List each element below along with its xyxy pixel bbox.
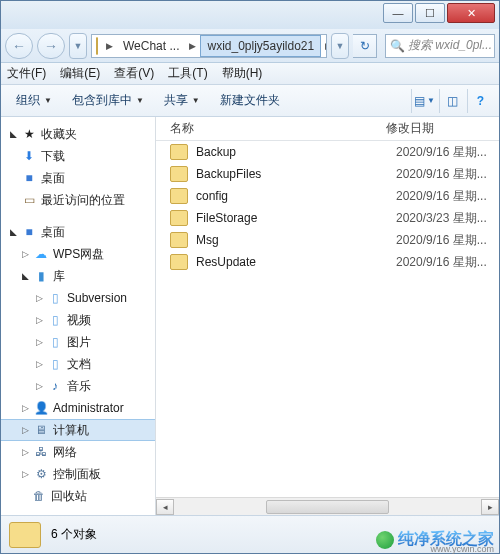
tree-label: WPS网盘 xyxy=(53,246,104,263)
triangle-icon: ▷ xyxy=(19,425,31,435)
address-bar[interactable]: ▶ WeChat ... ▶ wxid_0pljy5ayildo21 ▶ xyxy=(91,34,327,58)
tree-label: 计算机 xyxy=(53,422,89,439)
search-input[interactable]: 🔍搜索 wxid_0pl... xyxy=(385,34,495,58)
chevron-down-icon: ▼ xyxy=(44,96,52,105)
forward-button[interactable]: → xyxy=(37,33,65,59)
new-folder-button[interactable]: 新建文件夹 xyxy=(211,88,289,113)
tree-wps[interactable]: ▷☁WPS网盘 xyxy=(1,243,155,265)
tree-videos[interactable]: ▷▯视频 xyxy=(1,309,155,331)
history-dropdown[interactable]: ▼ xyxy=(69,33,87,59)
tree-label: Administrator xyxy=(53,401,124,415)
triangle-icon: ◣ xyxy=(7,227,19,237)
menu-file[interactable]: 文件(F) xyxy=(7,65,46,82)
triangle-icon: ▷ xyxy=(19,403,31,413)
file-date: 2020/9/16 星期... xyxy=(396,232,487,249)
tree-downloads[interactable]: ⬇下载 xyxy=(1,145,155,167)
menu-edit[interactable]: 编辑(E) xyxy=(60,65,100,82)
scroll-track[interactable] xyxy=(174,499,481,515)
column-name[interactable]: 名称 xyxy=(156,120,386,137)
tree-label: 文档 xyxy=(67,356,91,373)
breadcrumb-segment[interactable]: WeChat ... xyxy=(117,35,185,57)
network-icon: 🖧 xyxy=(33,444,49,460)
scroll-thumb[interactable] xyxy=(266,500,389,514)
folder-icon xyxy=(170,144,188,160)
desktop-icon: ■ xyxy=(21,224,37,240)
back-button[interactable]: ← xyxy=(5,33,33,59)
share-button[interactable]: 共享▼ xyxy=(155,88,209,113)
recycle-icon: 🗑 xyxy=(31,488,47,504)
maximize-button[interactable]: ☐ xyxy=(415,3,445,23)
tree-desktop-root[interactable]: ◣■桌面 xyxy=(1,221,155,243)
list-item[interactable]: config2020/9/16 星期... xyxy=(156,185,499,207)
document-icon: ▯ xyxy=(47,356,63,372)
nav-tree: ◣★收藏夹 ⬇下载 ■桌面 ▭最近访问的位置 ◣■桌面 ▷☁WPS网盘 ◣▮库 … xyxy=(1,117,156,515)
chevron-right-icon[interactable]: ▶ xyxy=(185,41,200,51)
column-date[interactable]: 修改日期 xyxy=(386,120,499,137)
file-date: 2020/9/16 星期... xyxy=(396,188,487,205)
music-icon: ♪ xyxy=(47,378,63,394)
menu-tools[interactable]: 工具(T) xyxy=(168,65,207,82)
tree-label: 网络 xyxy=(53,444,77,461)
tree-documents[interactable]: ▷▯文档 xyxy=(1,353,155,375)
toolbar: 组织▼ 包含到库中▼ 共享▼ 新建文件夹 ▤▼ ◫ ? xyxy=(1,85,499,117)
file-pane: 名称 修改日期 Backup2020/9/16 星期... BackupFile… xyxy=(156,117,499,515)
view-options-button[interactable]: ▤▼ xyxy=(411,89,437,113)
tree-subversion[interactable]: ▷▯Subversion xyxy=(1,287,155,309)
tree-administrator[interactable]: ▷👤Administrator xyxy=(1,397,155,419)
organize-button[interactable]: 组织▼ xyxy=(7,88,61,113)
list-item[interactable]: ResUpdate2020/9/16 星期... xyxy=(156,251,499,273)
scroll-left-button[interactable]: ◂ xyxy=(156,499,174,515)
user-icon: 👤 xyxy=(33,400,49,416)
list-item[interactable]: FileStorage2020/3/23 星期... xyxy=(156,207,499,229)
triangle-icon: ▷ xyxy=(33,381,45,391)
file-date: 2020/3/23 星期... xyxy=(396,210,487,227)
tree-favorites[interactable]: ◣★收藏夹 xyxy=(1,123,155,145)
menu-help[interactable]: 帮助(H) xyxy=(222,65,263,82)
tree-label: Subversion xyxy=(67,291,127,305)
tree-label: 库 xyxy=(53,268,65,285)
folder-icon xyxy=(170,232,188,248)
chevron-down-icon: ▼ xyxy=(427,96,435,105)
chevron-down-icon: ▼ xyxy=(192,96,200,105)
triangle-icon: ▷ xyxy=(19,469,31,479)
chevron-right-icon[interactable]: ▶ xyxy=(102,41,117,51)
file-date: 2020/9/16 星期... xyxy=(396,166,487,183)
tree-control-panel[interactable]: ▷⚙控制面板 xyxy=(1,463,155,485)
help-button[interactable]: ? xyxy=(467,89,493,113)
tree-recycle-bin[interactable]: 🗑回收站 xyxy=(1,485,155,507)
list-item[interactable]: Backup2020/9/16 星期... xyxy=(156,141,499,163)
tree-desktop[interactable]: ■桌面 xyxy=(1,167,155,189)
minimize-button[interactable]: — xyxy=(383,3,413,23)
folder-icon xyxy=(96,37,98,55)
tree-label: 最近访问的位置 xyxy=(41,192,125,209)
list-item[interactable]: BackupFiles2020/9/16 星期... xyxy=(156,163,499,185)
tree-music[interactable]: ▷♪音乐 xyxy=(1,375,155,397)
tree-computer[interactable]: ▷🖥计算机 xyxy=(1,419,155,441)
tree-pictures[interactable]: ▷▯图片 xyxy=(1,331,155,353)
file-list: Backup2020/9/16 星期... BackupFiles2020/9/… xyxy=(156,141,499,497)
scroll-right-button[interactable]: ▸ xyxy=(481,499,499,515)
include-in-library-button[interactable]: 包含到库中▼ xyxy=(63,88,153,113)
refresh-button[interactable]: ↻ xyxy=(353,34,377,58)
horizontal-scrollbar[interactable]: ◂ ▸ xyxy=(156,497,499,515)
tree-recent[interactable]: ▭最近访问的位置 xyxy=(1,189,155,211)
close-button[interactable]: ✕ xyxy=(447,3,495,23)
triangle-icon: ▷ xyxy=(33,359,45,369)
titlebar: — ☐ ✕ xyxy=(1,1,499,29)
list-item[interactable]: Msg2020/9/16 星期... xyxy=(156,229,499,251)
triangle-icon: ◣ xyxy=(19,271,31,281)
nav-row: ← → ▼ ▶ WeChat ... ▶ wxid_0pljy5ayildo21… xyxy=(1,29,499,63)
menu-view[interactable]: 查看(V) xyxy=(114,65,154,82)
preview-pane-button[interactable]: ◫ xyxy=(439,89,465,113)
breadcrumb-segment-current[interactable]: wxid_0pljy5ayildo21 xyxy=(200,35,321,57)
triangle-icon: ▷ xyxy=(19,249,31,259)
search-icon: 🔍 xyxy=(390,39,405,53)
chevron-right-icon[interactable]: ▶ xyxy=(321,41,327,51)
tree-libraries[interactable]: ◣▮库 xyxy=(1,265,155,287)
address-dropdown[interactable]: ▼ xyxy=(331,33,349,59)
picture-icon: ▯ xyxy=(47,334,63,350)
tree-label: 桌面 xyxy=(41,170,65,187)
tree-network[interactable]: ▷🖧网络 xyxy=(1,441,155,463)
file-name: FileStorage xyxy=(196,211,396,225)
watermark-url: www.ycwin.com xyxy=(430,544,494,554)
